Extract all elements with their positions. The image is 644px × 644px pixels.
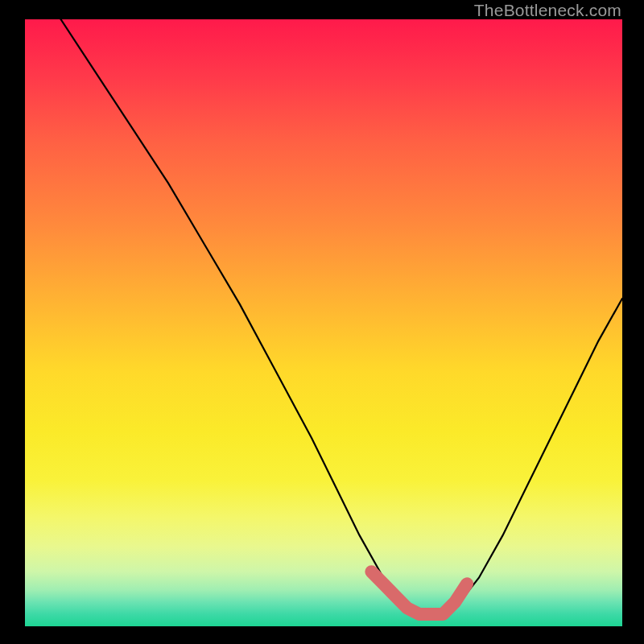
bottleneck-curve [25,19,622,614]
chart-stage: TheBottleneck.com [0,0,644,644]
plot-area [25,19,622,626]
confidence-band [371,572,467,614]
curve-layer [25,19,622,626]
watermark-text: TheBottleneck.com [474,1,621,20]
